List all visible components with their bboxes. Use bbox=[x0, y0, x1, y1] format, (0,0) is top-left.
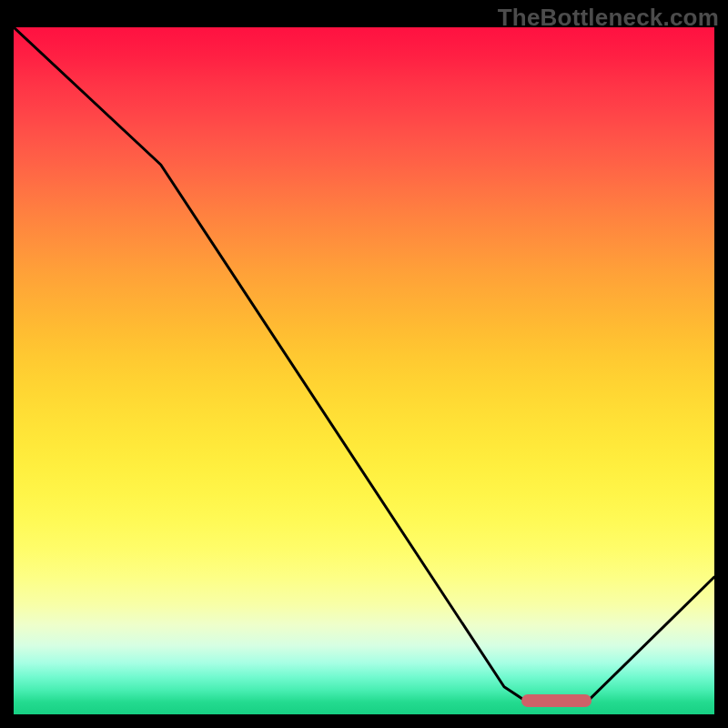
optimal-range-marker bbox=[521, 694, 592, 707]
curve-layer bbox=[14, 27, 714, 714]
bottleneck-curve-path bbox=[14, 27, 714, 701]
plot-area bbox=[14, 27, 714, 714]
watermark-text: TheBottleneck.com bbox=[498, 4, 719, 32]
chart-frame: TheBottleneck.com bbox=[0, 0, 728, 728]
